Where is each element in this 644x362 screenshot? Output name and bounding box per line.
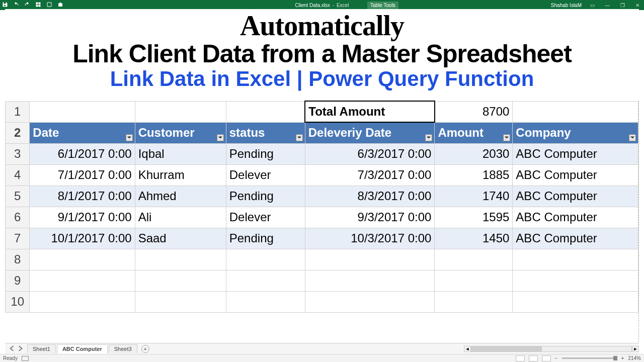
cell-company[interactable]: ABC Computer [513, 228, 638, 249]
sheet-tab-active[interactable]: ABC Computer [57, 344, 108, 354]
qat-icon[interactable] [46, 2, 52, 9]
cell-delivery[interactable]: 7/3/2017 0:00 [305, 164, 435, 186]
cell[interactable] [135, 101, 226, 122]
filter-icon[interactable] [629, 134, 636, 141]
cell-amount[interactable]: 1885 [435, 164, 513, 186]
save-icon[interactable] [2, 2, 8, 9]
tab-nav [5, 345, 27, 352]
cell-status[interactable]: Delever [226, 207, 305, 228]
zoom-level[interactable]: 214% [628, 355, 641, 361]
quick-access-toolbar [2, 2, 63, 9]
cell-customer[interactable]: Khurram [135, 164, 226, 186]
ribbon-display-icon[interactable]: ▭ [588, 2, 597, 9]
cell[interactable] [513, 101, 638, 122]
overlay-line2: Link Client Data from a Master Spreadshe… [5, 41, 639, 67]
row-header[interactable]: 9 [6, 270, 30, 291]
overlay-title-card: Automatically Link Client Data from a Ma… [5, 9, 639, 95]
row-header[interactable]: 1 [6, 101, 30, 122]
cell-status[interactable]: Pending [226, 186, 305, 207]
view-normal-icon[interactable] [516, 355, 525, 361]
cell-date[interactable]: 8/1/2017 0:00 [30, 186, 135, 207]
filter-icon[interactable] [503, 134, 510, 141]
cell-company[interactable]: ABC Computer [513, 207, 638, 228]
cell-customer[interactable]: Iqbal [135, 143, 226, 164]
row-1: 1 Total Amount 8700 [6, 101, 638, 122]
zoom-slider[interactable] [562, 357, 617, 359]
cell[interactable] [30, 101, 135, 122]
cell-amount[interactable]: 1450 [435, 228, 513, 249]
view-page-layout-icon[interactable] [529, 355, 538, 361]
cell-company[interactable]: ABC Computer [513, 164, 638, 186]
tab-prev-icon[interactable] [9, 345, 15, 352]
col-header-company[interactable]: Company [513, 122, 638, 143]
cell-company[interactable]: ABC Computer [513, 143, 638, 164]
table-row: 9 [6, 270, 638, 291]
scroll-track[interactable] [471, 346, 632, 352]
filter-icon[interactable] [425, 134, 432, 141]
col-header-status[interactable]: status [226, 122, 305, 143]
camera-icon[interactable] [57, 2, 63, 9]
macro-record-icon[interactable] [22, 356, 29, 361]
cell-amount[interactable]: 1595 [435, 207, 513, 228]
row-header[interactable]: 7 [6, 228, 30, 249]
scroll-left-icon[interactable]: ◄ [464, 346, 471, 352]
new-sheet-button[interactable]: + [141, 345, 149, 353]
redo-icon[interactable] [24, 2, 30, 9]
row-header[interactable]: 10 [6, 291, 30, 312]
row-header[interactable]: 4 [6, 164, 30, 186]
status-ready: Ready [3, 355, 18, 361]
cell-delivery[interactable]: 8/3/2017 0:00 [305, 186, 435, 207]
row-header[interactable]: 8 [6, 249, 30, 270]
status-bar: Ready − + 214% [0, 354, 644, 362]
scroll-thumb[interactable] [471, 346, 542, 351]
close-icon[interactable]: ✕ [633, 2, 642, 9]
row-header[interactable]: 5 [6, 186, 30, 207]
minimize-icon[interactable]: — [603, 2, 612, 9]
cell-status[interactable]: Pending [226, 143, 305, 164]
maximize-icon[interactable]: ❐ [618, 2, 627, 9]
filter-icon[interactable] [126, 134, 133, 141]
cell-date[interactable]: 6/1/2017 0:00 [30, 143, 135, 164]
sheet-tab[interactable]: Sheet3 [109, 344, 137, 353]
cell-company[interactable]: ABC Computer [513, 186, 638, 207]
zoom-in-icon[interactable]: + [621, 355, 624, 361]
cell-status[interactable]: Delever [226, 164, 305, 186]
view-page-break-icon[interactable] [542, 355, 551, 361]
context-tab-table-tools[interactable]: Table Tools [367, 2, 398, 9]
row-header[interactable]: 6 [6, 207, 30, 228]
file-name: Client Data.xlsx [295, 3, 330, 8]
cell-date[interactable]: 10/1/2017 0:00 [30, 228, 135, 249]
horizontal-scrollbar[interactable]: ◄ ► [464, 346, 639, 352]
tab-next-icon[interactable] [17, 345, 23, 352]
col-header-delivery[interactable]: Deleveriy Date [305, 122, 435, 143]
col-header-customer[interactable]: Customer [135, 122, 226, 143]
total-value-cell[interactable]: 8700 [435, 101, 513, 122]
scroll-right-icon[interactable]: ► [632, 346, 639, 352]
cell-delivery[interactable]: 6/3/2017 0:00 [305, 143, 435, 164]
cell-amount[interactable]: 2030 [435, 143, 513, 164]
table-row: 5 8/1/2017 0:00 Ahmed Pending 8/3/2017 0… [6, 186, 638, 207]
cell-delivery[interactable]: 10/3/2017 0:00 [305, 228, 435, 249]
spreadsheet-grid[interactable]: 1 Total Amount 8700 2 Date Customer stat… [5, 101, 639, 342]
col-header-amount[interactable]: Amount [435, 122, 513, 143]
cell-customer[interactable]: Ali [135, 207, 226, 228]
row-header[interactable]: 2 [6, 122, 30, 143]
cell-date[interactable]: 9/1/2017 0:00 [30, 207, 135, 228]
cell-delivery[interactable]: 9/3/2017 0:00 [305, 207, 435, 228]
table-row: 8 [6, 249, 638, 270]
qat-icon[interactable] [35, 2, 41, 9]
total-label-cell[interactable]: Total Amount [305, 101, 435, 122]
col-header-date[interactable]: Date [30, 122, 135, 143]
filter-icon[interactable] [217, 134, 224, 141]
cell-customer[interactable]: Ahmed [135, 186, 226, 207]
sheet-tab[interactable]: Sheet1 [27, 344, 56, 353]
cell-status[interactable]: Pending [226, 228, 305, 249]
row-header[interactable]: 3 [6, 143, 30, 164]
cell[interactable] [226, 101, 305, 122]
cell-customer[interactable]: Saad [135, 228, 226, 249]
filter-icon[interactable] [296, 134, 303, 141]
zoom-out-icon[interactable]: − [555, 355, 558, 361]
cell-date[interactable]: 7/1/2017 0:00 [30, 164, 135, 186]
cell-amount[interactable]: 1740 [435, 186, 513, 207]
undo-icon[interactable] [13, 2, 19, 9]
